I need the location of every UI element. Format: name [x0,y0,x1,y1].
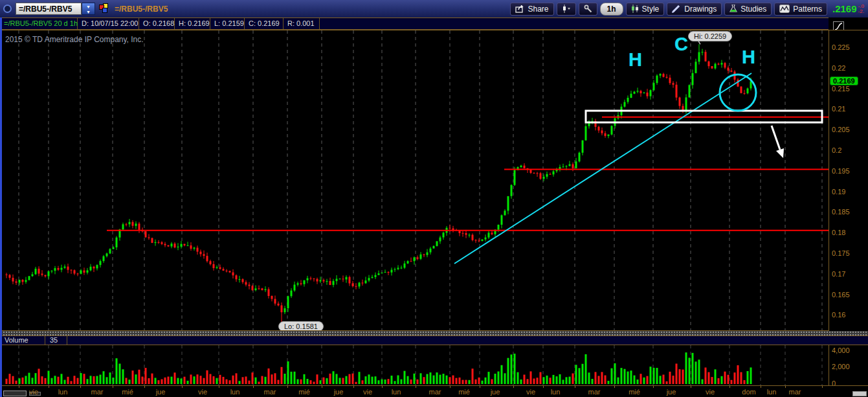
drawings-button[interactable]: Drawings [667,3,722,16]
price-tick-label: 0.16 [832,311,845,319]
volume-study-label[interactable]: Volume [0,336,45,345]
time-axis-tick [513,386,514,388]
time-axis-tick [287,386,288,388]
day-label: jue [662,388,681,396]
day-label: mar [425,388,445,396]
candlestick-chart[interactable] [0,30,829,331]
volume-axis[interactable]: 4,0002,0000 [829,345,868,385]
patterns-label: Patterns [793,5,822,14]
link-symbol-icon[interactable] [99,3,110,14]
patterns-icon [779,5,790,13]
trendline[interactable] [454,73,751,264]
last-price-block: .2169 -.0-2. [830,3,868,14]
link-square-blue [102,8,107,13]
share-icon [515,5,525,13]
interval-button[interactable]: 1h [600,3,623,16]
trading-platform-window: =/RBU5-/RBV5 ▼▼ =/RBU5-/RBV5 Share [0,0,868,397]
time-axis-tick [253,386,254,388]
drawings-label: Drawings [684,5,717,14]
time-axis-tick [182,386,183,388]
dataline-range: R: 0.001 [284,18,320,29]
time-axis-tick [113,386,113,388]
down-arrow[interactable] [772,126,780,150]
price-tick-label: 0.2 [832,146,841,154]
sidebar-toggle-icon[interactable] [3,5,12,13]
day-label: jue [329,388,348,396]
symbol-input[interactable]: =/RBU5-/RBV5 [16,3,82,15]
settings-button[interactable] [579,3,597,16]
patterns-button[interactable]: Patterns [774,3,827,16]
price-tick-label: 0.21 [832,105,845,113]
price-tick-label: 0.205 [832,126,850,133]
style-label: Style [642,5,660,14]
day-label: mar [260,388,280,396]
flask-icon [729,5,737,13]
price-axis[interactable]: 0.2169 0.2250.220.2150.210.2050.20.1950.… [829,30,868,331]
price-tick-label: 0.175 [832,249,850,257]
day-label: jue [151,388,170,396]
time-axis-tick [322,386,322,388]
style-button[interactable]: Style [626,3,665,16]
dataline-date: D: 10/07/15 22:00 [78,18,139,29]
day-label: mié [454,388,474,396]
right-shoulder-label[interactable]: H [742,47,755,68]
day-label: lun [225,388,245,396]
style-candle-icon [631,5,639,13]
volume-study-param[interactable]: 35 [45,336,67,345]
dataline-high: H: 0.2169 [175,18,210,29]
current-price-bubble: 0.2169 [830,76,858,85]
symbol-dropdown-button[interactable]: ▼▼ [82,3,95,15]
chart-type-button[interactable] [557,3,576,16]
studies-button[interactable]: Studies [724,3,772,16]
day-label: vie [193,388,212,396]
day-label: mar [87,388,107,396]
price-tick-label: 0.18 [832,229,845,236]
time-axis[interactable]: vielunmarmiéjuevielunmarmiéjuevielunmarm… [0,385,868,397]
copyright-label: 2015 © TD Ameritrade IP Company, Inc. [5,35,144,44]
price-tick-label: 0.225 [832,43,850,51]
head-label[interactable]: C [674,34,688,55]
candle-type-icon [562,5,571,13]
time-axis-tick [49,386,49,388]
time-axis-tick [653,386,654,388]
studies-label: Studies [740,5,766,14]
chart-toolbar: Share 1h Style [510,3,868,16]
volume-bars [0,345,829,385]
time-axis-tick [543,386,544,388]
title-bar: =/RBU5-/RBV5 ▼▼ =/RBU5-/RBV5 Share [0,0,868,17]
day-label: lun [386,388,406,396]
time-axis-tick [761,386,761,388]
time-axis-tick [575,386,575,388]
day-label: mié [625,388,644,396]
price-change: -.0-2. [858,4,864,14]
window-left-edge [0,17,2,397]
day-label: mar [785,388,805,396]
volume-panel[interactable] [0,345,829,385]
time-axis-tick [219,386,219,388]
linked-symbol-label: =/RBU5-/RBV5 [115,5,168,14]
time-axis-tick [729,386,730,388]
down-arrow-head [776,148,784,158]
day-label: lun [762,388,781,396]
price-chart-panel[interactable]: 2015 © TD Ameritrade IP Company, Inc. H … [0,30,829,331]
day-label: mar [584,388,604,396]
day-label: jue [485,388,505,396]
day-label: vie [521,388,540,396]
day-label: vie [358,388,377,396]
time-axis-tick [822,386,823,388]
price-tick-label: 0.165 [832,291,850,299]
panel-splitter[interactable] [0,331,868,335]
resize-corner[interactable] [852,391,867,396]
time-axis-tick [19,386,19,388]
share-button[interactable]: Share [510,3,554,16]
dataline-symbol: =/RBU5-/RBV5 20 d 1h [0,18,78,29]
day-label: mié [118,388,137,396]
last-price: .2169 [832,3,857,14]
volume-header: Volume 35 [0,335,868,345]
dataline-low: L: 0.2159 [210,18,245,29]
left-shoulder-label[interactable]: H [629,49,642,71]
scroll-handle[interactable] [3,391,27,396]
time-axis-tick [450,386,451,388]
time-axis-tick [416,386,416,388]
high-price-bubble: Hi: 0.2259 [688,31,732,41]
